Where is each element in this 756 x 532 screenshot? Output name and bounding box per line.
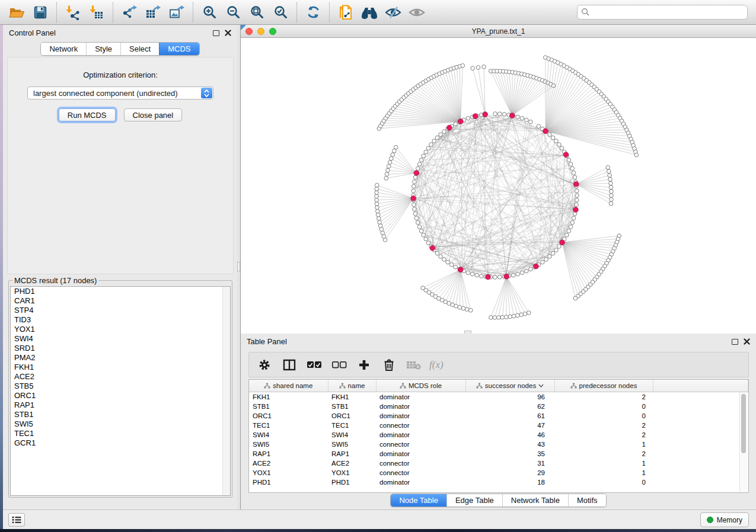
network-canvas[interactable]: [241, 38, 756, 332]
cell[interactable]: 43: [465, 440, 554, 449]
export-table-button[interactable]: [142, 2, 164, 23]
column-header-MCDS-role[interactable]: MCDS role: [376, 380, 465, 392]
table-row[interactable]: ORC1ORC1dominator610: [249, 411, 748, 421]
float-table-panel-button[interactable]: [732, 339, 738, 345]
delete-table-button-disabled[interactable]: [404, 355, 423, 374]
search-input[interactable]: [592, 8, 744, 17]
hide-selected-button[interactable]: [382, 2, 404, 23]
table-scrollbar[interactable]: [739, 392, 748, 492]
network-window-titlebar[interactable]: YPA_prune.txt_1: [241, 25, 756, 38]
cell[interactable]: SWI4: [249, 430, 328, 440]
cell[interactable]: PHD1: [249, 477, 328, 487]
table-row[interactable]: FKH1FKH1dominator962: [249, 392, 748, 402]
tab-motifs[interactable]: Motifs: [568, 494, 606, 507]
table-scrollbar-thumb[interactable]: [741, 394, 746, 453]
zoom-out-button[interactable]: [222, 2, 244, 23]
column-header-name[interactable]: name: [328, 380, 376, 392]
cell[interactable]: SWI4: [328, 430, 376, 440]
cell[interactable]: RAP1: [249, 449, 328, 459]
clone-network-button[interactable]: [335, 2, 356, 23]
save-session-button[interactable]: [30, 2, 51, 23]
cell[interactable]: STB1: [249, 402, 328, 411]
show-columns-button[interactable]: [280, 355, 299, 374]
cell[interactable]: TEC1: [249, 421, 328, 430]
memory-button[interactable]: Memory: [700, 512, 749, 527]
cell[interactable]: connector: [376, 459, 465, 468]
import-network-button[interactable]: [62, 2, 84, 23]
cell[interactable]: 1: [554, 459, 653, 468]
criterion-select[interactable]: largest connected component (undirected): [27, 86, 213, 100]
show-all-button[interactable]: [406, 2, 428, 23]
zoom-in-button[interactable]: [199, 2, 220, 23]
table-row[interactable]: SWI4SWI4dominator462: [249, 430, 748, 440]
cell[interactable]: ORC1: [249, 411, 328, 421]
mcds-list-scrollbar[interactable]: [222, 287, 230, 495]
cell[interactable]: ORC1: [328, 411, 376, 421]
cell[interactable]: 29: [465, 468, 554, 477]
create-column-button[interactable]: [355, 355, 374, 374]
export-network-button[interactable]: [119, 2, 140, 23]
table-row[interactable]: STB1STB1dominator620: [249, 402, 748, 411]
tab-network[interactable]: Network: [41, 43, 86, 55]
mcds-result-list[interactable]: PHD1CAR1STP4TID3YOX1SWI4SRD1PMA2FKH1ACE2…: [10, 286, 231, 496]
deselect-all-columns-button[interactable]: [330, 355, 349, 374]
cell[interactable]: TEC1: [328, 421, 376, 430]
cell[interactable]: 47: [465, 421, 554, 430]
zoom-fit-button[interactable]: [246, 2, 267, 23]
table-row[interactable]: YOX1YOX1connector291: [249, 468, 748, 477]
cell[interactable]: FKH1: [328, 392, 376, 402]
cell[interactable]: connector: [376, 421, 465, 430]
close-panel-button[interactable]: [225, 30, 231, 36]
table-row[interactable]: PHD1PHD1dominator180: [249, 477, 748, 487]
cell[interactable]: RAP1: [328, 449, 376, 459]
open-file-button[interactable]: [6, 2, 27, 23]
cell[interactable]: 96: [465, 392, 554, 402]
cell[interactable]: 0: [554, 477, 653, 487]
cell[interactable]: 61: [465, 411, 554, 421]
cell[interactable]: 0: [554, 402, 653, 411]
cell[interactable]: 31: [465, 459, 554, 468]
splitter-grip[interactable]: [237, 262, 240, 271]
column-header-successor-nodes[interactable]: successor nodes: [465, 380, 554, 392]
cell[interactable]: 2: [554, 421, 653, 430]
cell[interactable]: FKH1: [249, 392, 328, 402]
cell[interactable]: SWI5: [249, 440, 328, 449]
zoom-selected-button[interactable]: [270, 2, 291, 23]
tab-network-table[interactable]: Network Table: [502, 494, 568, 507]
table-settings-button[interactable]: [255, 355, 274, 374]
tab-style[interactable]: Style: [86, 43, 120, 55]
cell[interactable]: connector: [376, 468, 465, 477]
table-row[interactable]: ACE2ACE2connector311: [249, 459, 748, 468]
function-builder-button[interactable]: f(x): [429, 359, 444, 371]
cell[interactable]: ACE2: [328, 459, 376, 468]
delete-columns-button[interactable]: [379, 355, 398, 374]
table-row[interactable]: RAP1RAP1dominator352: [249, 449, 748, 459]
float-panel-button[interactable]: [213, 30, 219, 36]
cell[interactable]: 62: [465, 402, 554, 411]
column-header-shared-name[interactable]: shared name: [249, 380, 328, 392]
cell[interactable]: YOX1: [328, 468, 376, 477]
refresh-view-button[interactable]: [302, 2, 324, 23]
cell[interactable]: dominator: [376, 411, 465, 421]
close-panel-button-mcds[interactable]: Close panel: [124, 108, 183, 121]
table-row[interactable]: SWI5SWI5connector431: [249, 440, 748, 449]
column-header-predecessor-nodes[interactable]: predecessor nodes: [554, 380, 653, 392]
export-image-button[interactable]: [166, 2, 187, 23]
cell[interactable]: 18: [465, 477, 554, 487]
close-table-panel-button[interactable]: [744, 338, 750, 345]
run-mcds-button[interactable]: Run MCDS: [59, 108, 116, 121]
cell[interactable]: STB1: [328, 402, 376, 411]
cell[interactable]: 1: [554, 468, 653, 477]
cell[interactable]: SWI5: [328, 440, 376, 449]
cell[interactable]: dominator: [376, 402, 465, 411]
cell[interactable]: 2: [554, 392, 653, 402]
cell[interactable]: PHD1: [328, 477, 376, 487]
search-network-button[interactable]: [359, 2, 380, 23]
tab-edge-table[interactable]: Edge Table: [446, 494, 502, 507]
cell[interactable]: 0: [554, 411, 653, 421]
cell[interactable]: connector: [376, 440, 465, 449]
cell[interactable]: 46: [465, 430, 554, 440]
cell[interactable]: 2: [554, 449, 653, 459]
tab-node-table[interactable]: Node Table: [391, 494, 446, 507]
cell[interactable]: 2: [554, 430, 653, 440]
